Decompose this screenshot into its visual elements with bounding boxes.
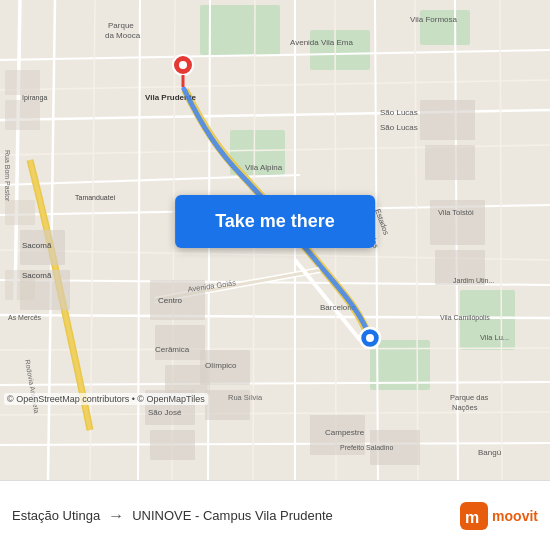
svg-rect-2 <box>310 30 370 70</box>
svg-text:Sacomã: Sacomã <box>22 271 52 280</box>
button-overlay: Take me there <box>175 195 375 248</box>
svg-text:São Lucas: São Lucas <box>380 123 418 132</box>
svg-point-89 <box>366 334 374 342</box>
svg-text:Sacomã: Sacomã <box>22 241 52 250</box>
origin-station: Estação Utinga <box>12 508 100 523</box>
svg-rect-40 <box>155 325 205 360</box>
svg-text:Bangú: Bangú <box>478 448 501 457</box>
svg-text:Rua Bom Pastor: Rua Bom Pastor <box>4 150 11 202</box>
svg-text:São Lucas: São Lucas <box>380 108 418 117</box>
moovit-icon: m <box>460 502 488 530</box>
svg-point-86 <box>179 61 187 69</box>
svg-rect-43 <box>425 145 475 180</box>
svg-text:Tamanduateí: Tamanduateí <box>75 194 116 201</box>
moovit-logo: m moovit <box>460 502 538 530</box>
svg-text:As Mercês: As Mercês <box>8 314 42 321</box>
svg-text:Nações: Nações <box>452 403 478 412</box>
svg-rect-42 <box>420 100 475 140</box>
svg-text:Parque: Parque <box>108 21 134 30</box>
map-attribution: © OpenStreetMap contributors • © OpenMap… <box>4 393 208 405</box>
svg-text:Jardim Utin...: Jardim Utin... <box>453 277 494 284</box>
svg-text:Vila Alpina: Vila Alpina <box>245 163 283 172</box>
svg-text:Cerâmica: Cerâmica <box>155 345 190 354</box>
svg-text:Vila Formosa: Vila Formosa <box>410 15 458 24</box>
destination-station: UNINOVE - Campus Vila Prudente <box>132 508 333 523</box>
svg-text:Rua Sílvia: Rua Sílvia <box>228 393 263 402</box>
svg-rect-1 <box>200 5 280 55</box>
svg-text:Campestre: Campestre <box>325 428 365 437</box>
app-container: Parque da Mooca Avenida Vila Ema Vila Fo… <box>0 0 550 550</box>
svg-rect-35 <box>5 200 35 225</box>
svg-text:Centro: Centro <box>158 296 183 305</box>
svg-text:Vila Tolstói: Vila Tolstói <box>438 208 474 217</box>
arrow-icon: → <box>108 507 124 525</box>
svg-text:Avenida Vila Ema: Avenida Vila Ema <box>290 38 353 47</box>
svg-rect-49 <box>150 430 195 460</box>
svg-rect-33 <box>5 70 40 95</box>
svg-text:Olímpico: Olímpico <box>205 361 237 370</box>
svg-text:Vila Lu...: Vila Lu... <box>480 333 509 342</box>
svg-text:m: m <box>465 509 479 526</box>
svg-text:Parque das: Parque das <box>450 393 489 402</box>
svg-text:Vila Camilópolis: Vila Camilópolis <box>440 314 490 322</box>
svg-text:São José: São José <box>148 408 182 417</box>
take-me-there-button[interactable]: Take me there <box>175 195 375 248</box>
map-area: Parque da Mooca Avenida Vila Ema Vila Fo… <box>0 0 550 480</box>
bottom-bar: Estação Utinga → UNINOVE - Campus Vila P… <box>0 480 550 550</box>
svg-rect-44 <box>430 200 485 245</box>
svg-text:Prefeito Saladino: Prefeito Saladino <box>340 444 393 451</box>
svg-rect-34 <box>5 100 40 130</box>
svg-text:Ipiranga: Ipiranga <box>22 94 47 102</box>
moovit-text: moovit <box>492 508 538 524</box>
route-info: Estação Utinga → UNINOVE - Campus Vila P… <box>12 507 460 525</box>
svg-text:da Mooca: da Mooca <box>105 31 141 40</box>
